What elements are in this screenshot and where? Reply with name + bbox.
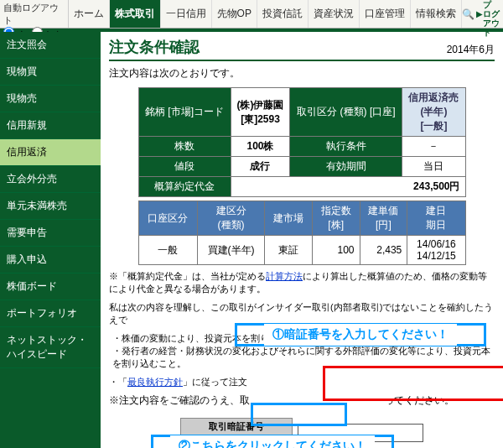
- bullet-1: 株価の変動により、投資元本を割り込むことがあること。: [112, 332, 495, 345]
- main-content: 注文条件確認 2014年6月 注文内容は次のとおりです。 銘柄 [市場]コード …: [101, 32, 503, 448]
- td-stock: (株)伊藤園 [東]2593: [231, 88, 290, 137]
- td-est: 243,500円: [231, 177, 465, 197]
- sidebar-item-netstock[interactable]: ネットストック・ハイスピード: [0, 327, 101, 368]
- tab-info[interactable]: 情報検索: [411, 0, 462, 28]
- sidebar-item-purchase[interactable]: 購入申込: [0, 247, 101, 273]
- policy-line: ・「最良執行方針」に従って注文: [109, 376, 495, 388]
- td-price: 成行: [231, 157, 290, 177]
- page-title: 注文条件確認: [109, 37, 200, 57]
- auto-logout-label: 自動ログアウト: [3, 2, 65, 27]
- th-qty: 株数: [138, 137, 231, 157]
- password-label-box: 取引暗証番号 ⌨セキュリティキーボード: [180, 418, 293, 447]
- tab-futures[interactable]: 先物OP: [212, 0, 257, 28]
- password-row: 取引暗証番号 ⌨セキュリティキーボード: [109, 418, 495, 447]
- td-cond: －: [402, 137, 465, 157]
- th-btype: 建区分 (種類): [198, 201, 265, 236]
- sidebar-item-oddlot[interactable]: 単元未満株売: [0, 193, 101, 220]
- td-term: 当日: [402, 157, 465, 177]
- td-bdate: 14/06/16 14/12/15: [407, 236, 465, 265]
- td-acct: 一般: [138, 236, 198, 265]
- th-market: 建市場: [265, 201, 313, 236]
- password-label: 取引暗証番号: [209, 420, 264, 433]
- tab-funds[interactable]: 投資信託: [257, 0, 309, 28]
- th-unit: 建単価 [円]: [360, 201, 407, 236]
- th-cond: 執行条件: [290, 137, 402, 157]
- td-sqty: 100: [312, 236, 360, 265]
- security-keyboard-link[interactable]: ⌨セキュリティキーボード: [184, 433, 288, 445]
- tab-assets[interactable]: 資産状況: [309, 0, 360, 28]
- page-date: 2014年6月: [447, 43, 495, 57]
- th-price: 値段: [138, 157, 231, 177]
- sidebar: 注文照会 現物買 現物売 信用新規 信用返済 立会外分売 単元未満株売 需要申告…: [0, 32, 101, 448]
- sidebar-item-spot-sell[interactable]: 現物売: [0, 86, 101, 112]
- th-sqty: 指定数 [株]: [312, 201, 360, 236]
- tab-stock-trade[interactable]: 株式取引: [110, 0, 161, 28]
- sidebar-item-priceboard[interactable]: 株価ボード: [0, 273, 101, 300]
- tab-day-margin[interactable]: 一日信用: [161, 0, 212, 28]
- sidebar-item-offhours[interactable]: 立会外分売: [0, 166, 101, 193]
- main-tabs: ホーム 株式取引 一日信用 先物OP 投資信託 資産状況 口座管理 情報検索: [69, 0, 462, 28]
- estimate-note: ※「概算約定代金」は、当社が定める計算方法により算出した概算値のため、価格の変動…: [109, 270, 495, 296]
- bullet-2: 発行者の経営・財務状況の変化およびそれらに関する外部評価の変化等により、投資元本…: [112, 345, 495, 371]
- sidebar-item-spot-buy[interactable]: 現物買: [0, 59, 101, 86]
- th-acct: 口座区分: [138, 201, 198, 236]
- search-icon[interactable]: 🔍: [462, 0, 474, 28]
- sidebar-item-portfolio[interactable]: ポートフォリオ: [0, 300, 101, 327]
- tab-account[interactable]: 口座管理: [360, 0, 411, 28]
- confirm-text: 私は次の内容を理解し、この取引がインサイダー取引(内部者取引)ではないことを確約…: [109, 301, 495, 327]
- th-bdate: 建日 期日: [407, 201, 465, 236]
- sidebar-item-margin-new[interactable]: 信用新規: [0, 112, 101, 139]
- th-term: 有効期間: [290, 157, 402, 177]
- td-qty: 100株: [231, 137, 290, 157]
- order-table-2: 口座区分 建区分 (種類) 建市場 指定数 [株] 建単価 [円] 建日 期日 …: [138, 201, 466, 265]
- password-input[interactable]: [298, 424, 423, 442]
- td-market: 東証: [265, 236, 313, 265]
- order-table-1: 銘柄 [市場]コード (株)伊藤園 [東]2593 取引区分 (種類) [口座]…: [138, 87, 466, 197]
- password-prompt: ※注文内容をご確認のうえ、取________________________って…: [109, 393, 495, 408]
- th-stock: 銘柄 [市場]コード: [138, 88, 231, 137]
- help-logout[interactable]: ▶ヘルプログアウト: [474, 0, 503, 28]
- sidebar-item-demand[interactable]: 需要申告: [0, 220, 101, 247]
- th-type: 取引区分 (種類) [口座]: [290, 88, 402, 137]
- bullet-list: 株価の変動により、投資元本を割り込むことがあること。 発行者の経営・財務状況の変…: [112, 332, 495, 371]
- sidebar-item-margin-repay[interactable]: 信用返済: [0, 139, 101, 166]
- th-est: 概算約定代金: [138, 177, 231, 197]
- td-unit: 2,435: [360, 236, 407, 265]
- calc-method-link[interactable]: 計算方法: [266, 271, 303, 281]
- td-btype: 買建(半年): [198, 236, 265, 265]
- sidebar-item-order-inquiry[interactable]: 注文照会: [0, 32, 101, 59]
- td-type: 信用返済売 (半年) [一般]: [402, 88, 465, 137]
- keyboard-icon: ⌨: [184, 434, 196, 443]
- best-execution-link[interactable]: 最良執行方針: [127, 377, 183, 387]
- page-subtitle: 注文内容は次のとおりです。: [109, 66, 495, 81]
- tab-home[interactable]: ホーム: [69, 0, 110, 28]
- topbar: 自動ログアウト する しない ホーム 株式取引 一日信用 先物OP 投資信託 資…: [0, 0, 503, 29]
- auto-logout-box: 自動ログアウト する しない: [0, 0, 69, 28]
